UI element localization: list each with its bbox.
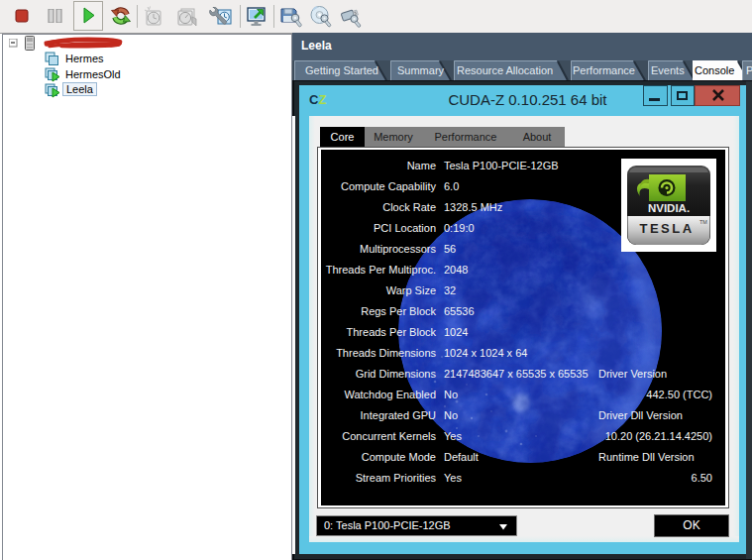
svg-text:P: P — [746, 64, 752, 76]
svg-text:NVIDIA.: NVIDIA. — [648, 202, 690, 214]
svg-text:TM: TM — [699, 219, 707, 225]
svg-text:Console: Console — [695, 64, 734, 76]
svg-text:Summary: Summary — [397, 64, 445, 76]
svg-text:TESLA: TESLA — [639, 221, 694, 236]
svg-text:Performance: Performance — [573, 64, 635, 76]
svg-text:Getting Started: Getting Started — [305, 64, 378, 76]
svg-text:Resource Allocation: Resource Allocation — [457, 64, 553, 76]
svg-text:Events: Events — [651, 64, 685, 76]
